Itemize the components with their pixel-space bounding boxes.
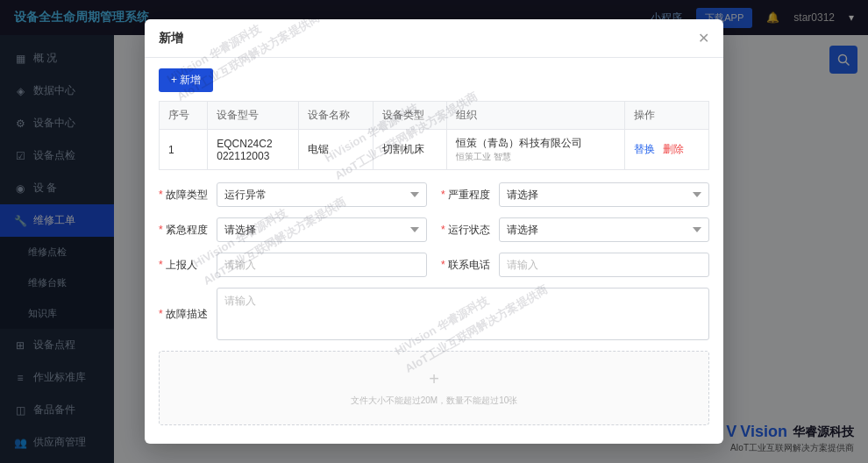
- modal-title: 新增: [159, 35, 183, 46]
- table-row: 1 EQCN24C2 022112003 电锯 切割机床 恒策（青岛）科技有限公…: [160, 130, 709, 170]
- fault-type-label: 故障类型: [159, 188, 211, 203]
- run-status-item: 运行状态 请选择: [441, 217, 709, 242]
- cell-actions: 替换 删除: [624, 130, 708, 170]
- description-textarea[interactable]: [217, 288, 709, 340]
- modal-overlay: HiVision 华睿源科技AIoT工业互联网解决方案提供商 HiVision …: [114, 35, 868, 463]
- form-row-1: 故障类型 运行异常 严重程度 请选择: [159, 182, 709, 207]
- modal-header: 新增 ✕: [145, 35, 723, 58]
- fault-type-select[interactable]: 运行异常: [217, 182, 427, 207]
- form-row-4: 故障描述: [159, 288, 709, 340]
- content-area: HiVision 华睿源科技AIoT工业互联网解决方案提供商 HiVision …: [114, 35, 868, 463]
- modal-body: + 新增 序号 设备型号 设备名称 设备类型 组织 操作: [145, 58, 723, 444]
- severity-select[interactable]: 请选择: [499, 182, 709, 207]
- col-index: 序号: [160, 102, 208, 130]
- form-row-2: 紧急程度 请选择 运行状态 请选择: [159, 217, 709, 242]
- col-type: 设备类型: [373, 102, 447, 130]
- description-item: 故障描述: [159, 288, 709, 340]
- urgency-label: 紧急程度: [159, 223, 211, 238]
- modal-add-button[interactable]: + 新增: [159, 68, 213, 92]
- reporter-input[interactable]: [217, 253, 427, 277]
- cell-model: EQCN24C2 022112003: [208, 130, 299, 170]
- run-status-label: 运行状态: [441, 223, 494, 238]
- cell-type: 切割机床: [373, 130, 447, 170]
- severity-label: 严重程度: [441, 188, 494, 203]
- device-table: 序号 设备型号 设备名称 设备类型 组织 操作 1 EQCN24: [159, 101, 709, 170]
- col-org: 组织: [447, 102, 625, 130]
- form-row-3: 上报人 联系电话: [159, 253, 709, 277]
- cell-name: 电锯: [298, 130, 373, 170]
- contact-input[interactable]: [499, 253, 709, 277]
- cell-index: 1: [160, 130, 208, 170]
- urgency-select[interactable]: 请选择: [217, 217, 427, 242]
- urgency-item: 紧急程度 请选择: [159, 217, 427, 242]
- reporter-label: 上报人: [159, 258, 211, 273]
- upload-plus-icon: +: [177, 369, 691, 389]
- delete-link[interactable]: 删除: [663, 143, 684, 155]
- reporter-item: 上报人: [159, 253, 427, 277]
- run-status-select[interactable]: 请选择: [499, 217, 709, 242]
- modal-close-button[interactable]: ✕: [698, 35, 709, 46]
- main-layout: ▦ 概 况 ◈ 数据中心 ⚙ 设备中心 ☑ 设备点检 ◉ 设 备 🔧 维修工单 …: [0, 35, 868, 463]
- col-name: 设备名称: [298, 102, 373, 130]
- col-model: 设备型号: [208, 102, 299, 130]
- cell-org: 恒策（青岛）科技有限公司 恒策工业 智慧: [447, 130, 625, 170]
- contact-item: 联系电话: [441, 253, 709, 277]
- replace-link[interactable]: 替换: [634, 143, 655, 155]
- contact-label: 联系电话: [441, 258, 494, 273]
- col-actions: 操作: [624, 102, 708, 130]
- modal-dialog: HiVision 华睿源科技AIoT工业互联网解决方案提供商 HiVision …: [145, 35, 723, 444]
- upload-area[interactable]: + 文件大小不能超过20M，数量不能超过10张: [159, 351, 709, 425]
- fault-type-item: 故障类型 运行异常: [159, 182, 427, 207]
- severity-item: 严重程度 请选择: [441, 182, 709, 207]
- description-label: 故障描述: [159, 307, 211, 322]
- upload-hint: 文件大小不能超过20M，数量不能超过10张: [177, 395, 691, 407]
